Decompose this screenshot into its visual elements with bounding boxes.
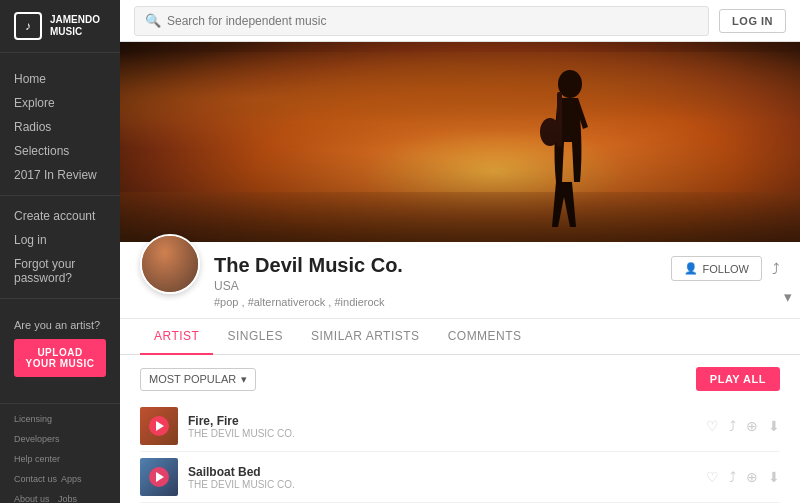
follow-button[interactable]: 👤 FOLLOW — [671, 256, 762, 281]
header: 🔍 LOG IN — [120, 0, 800, 42]
nav-radios[interactable]: Radios — [0, 115, 120, 139]
track-row: Sailboat Bed THE DEVIL MUSIC CO. ♡ ⤴ ⊕ ⬇ — [140, 452, 780, 503]
main-nav: Home Explore Radios Selections 2017 In R… — [0, 53, 120, 403]
track-title-1: Fire, Fire — [188, 414, 696, 428]
follow-label: FOLLOW — [703, 263, 749, 275]
footer-licensing[interactable]: Licensing — [14, 414, 52, 432]
nav-forgot[interactable]: Forgot your password? — [0, 252, 120, 290]
track-actions-1: ♡ ⤴ ⊕ ⬇ — [706, 418, 780, 434]
footer-apps[interactable]: Apps — [61, 474, 82, 492]
nav-login[interactable]: Log in — [0, 228, 120, 252]
footer-help[interactable]: Help center — [14, 454, 60, 472]
search-icon: 🔍 — [145, 13, 161, 28]
add-button-2[interactable]: ⊕ — [746, 469, 758, 485]
track-actions-2: ♡ ⤴ ⊕ ⬇ — [706, 469, 780, 485]
track-info-1: Fire, Fire THE DEVIL MUSIC CO. — [188, 414, 696, 439]
artist-section: Are you an artist? UPLOAD YOUR MUSIC — [0, 307, 120, 389]
like-button-1[interactable]: ♡ — [706, 418, 719, 434]
artist-country: USA — [214, 279, 780, 293]
filter-bar: MOST POPULAR ▾ PLAY ALL — [140, 367, 780, 391]
search-input[interactable] — [167, 14, 698, 28]
footer-about[interactable]: About us — [14, 494, 50, 503]
hero-overlay — [120, 122, 800, 242]
footer-links: Licensing Developers Help center Contact… — [14, 414, 106, 503]
logo-container: ♪ JAMENDOMUSIC — [0, 0, 120, 53]
like-button-2[interactable]: ♡ — [706, 469, 719, 485]
play-icon — [156, 472, 164, 482]
share-button[interactable]: ⤴ — [772, 260, 780, 277]
footer-jobs[interactable]: Jobs — [58, 494, 77, 503]
artist-question: Are you an artist? — [14, 319, 106, 331]
tab-similar-artists[interactable]: SIMILAR ARTISTS — [297, 319, 434, 355]
artist-tags: #pop , #alternativerock , #indierock — [214, 296, 780, 308]
track-thumbnail-2[interactable] — [140, 458, 178, 496]
artist-avatar — [140, 234, 200, 294]
share-button-2[interactable]: ⤴ — [729, 469, 736, 485]
nav-selections[interactable]: Selections — [0, 139, 120, 163]
content-area: MOST POPULAR ▾ PLAY ALL Fire, Fire THE D… — [120, 355, 800, 503]
track-row: Fire, Fire THE DEVIL MUSIC CO. ♡ ⤴ ⊕ ⬇ — [140, 401, 780, 452]
nav-explore[interactable]: Explore — [0, 91, 120, 115]
login-button[interactable]: LOG IN — [719, 9, 786, 33]
track-thumbnail-1[interactable] — [140, 407, 178, 445]
tab-comments[interactable]: COMMENTS — [434, 319, 536, 355]
track-title-2: Sailboat Bed — [188, 465, 696, 479]
logo-icon: ♪ — [14, 12, 42, 40]
chevron-down-icon: ▾ — [784, 288, 792, 305]
track-info-2: Sailboat Bed THE DEVIL MUSIC CO. — [188, 465, 696, 490]
play-button-1[interactable] — [149, 416, 169, 436]
share-button-1[interactable]: ⤴ — [729, 418, 736, 434]
play-button-2[interactable] — [149, 467, 169, 487]
upload-music-button[interactable]: UPLOAD YOUR MUSIC — [14, 339, 106, 377]
search-container: 🔍 — [134, 6, 709, 36]
add-button-1[interactable]: ⊕ — [746, 418, 758, 434]
nav-review[interactable]: 2017 In Review — [0, 163, 120, 187]
play-icon — [156, 421, 164, 431]
sidebar: ♪ JAMENDOMUSIC Home Explore Radios Selec… — [0, 0, 120, 503]
footer-developers[interactable]: Developers — [14, 434, 60, 452]
tab-artist[interactable]: ARTIST — [140, 319, 213, 355]
download-button-2[interactable]: ⬇ — [768, 469, 780, 485]
nav-home[interactable]: Home — [0, 67, 120, 91]
track-artist-2: THE DEVIL MUSIC CO. — [188, 479, 696, 490]
most-popular-filter[interactable]: MOST POPULAR ▾ — [140, 368, 256, 391]
hero-banner — [120, 42, 800, 242]
tab-singles[interactable]: SINGLES — [213, 319, 297, 355]
sidebar-footer: Licensing Developers Help center Contact… — [0, 403, 120, 503]
track-artist-1: THE DEVIL MUSIC CO. — [188, 428, 696, 439]
artist-actions: 👤 FOLLOW ⤴ — [671, 256, 780, 281]
nav-create-account[interactable]: Create account — [0, 204, 120, 228]
tabs: ARTIST SINGLES SIMILAR ARTISTS COMMENTS — [120, 319, 800, 355]
logo-text: JAMENDOMUSIC — [50, 14, 100, 38]
artist-profile: The Devil Music Co. USA #pop , #alternat… — [120, 242, 800, 319]
filter-label: MOST POPULAR — [149, 373, 236, 385]
download-button-1[interactable]: ⬇ — [768, 418, 780, 434]
footer-contact[interactable]: Contact us — [14, 474, 57, 492]
main-content: 🔍 LOG IN The Devil Musi — [120, 0, 800, 503]
expand-button[interactable]: ▾ — [784, 288, 792, 306]
person-icon: 👤 — [684, 262, 698, 275]
share-icon: ⤴ — [772, 260, 780, 277]
chevron-down-icon: ▾ — [241, 373, 247, 386]
play-all-button[interactable]: PLAY ALL — [696, 367, 780, 391]
